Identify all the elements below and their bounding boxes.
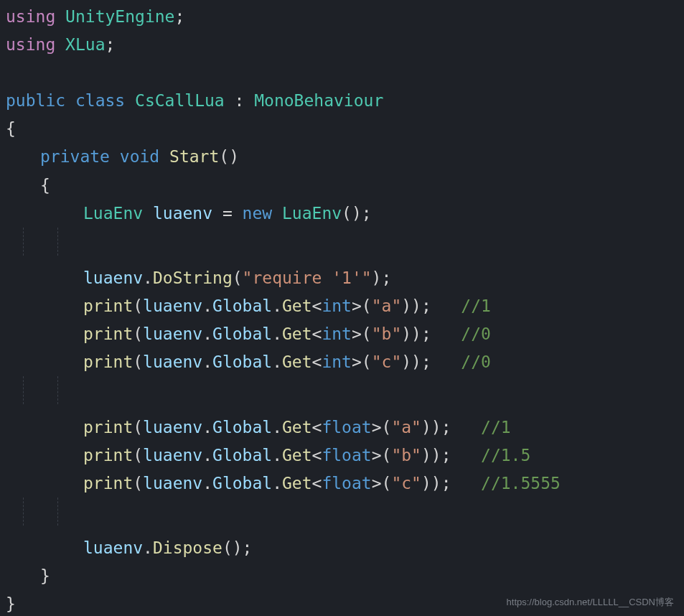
code-line: print(luaenv.Global.Get<int>("a")); //1 [6, 292, 678, 320]
code-line: private void Start() [6, 143, 678, 171]
code-line: print(luaenv.Global.Get<int>("c")); //0 [6, 348, 678, 376]
string: "require '1'" [243, 269, 372, 287]
code-line: print(luaenv.Global.Get<float>("c")); //… [6, 470, 678, 498]
type-int: int [322, 297, 352, 315]
keyword-using: using [6, 7, 55, 26]
type-float: float [322, 418, 371, 437]
keyword-new: new [243, 204, 273, 223]
blank-line [6, 376, 678, 413]
comment: //0 [461, 325, 491, 343]
comment: //1.5555 [481, 474, 561, 493]
code-line: LuaEnv luaenv = new LuaEnv(); [6, 200, 678, 228]
comment: //1 [481, 418, 511, 437]
code-line: public class CsCallLua : MonoBehaviour [6, 87, 678, 115]
type: LuaEnv [83, 204, 143, 223]
method: Dispose [153, 538, 222, 557]
brace: { [6, 115, 678, 143]
comment: //0 [461, 353, 491, 371]
brace: { [6, 172, 678, 200]
keyword-private: private [40, 147, 110, 166]
keyword-void: void [120, 147, 159, 166]
blank-line [6, 228, 678, 264]
code-editor[interactable]: using UnityEngine; using XLua; public cl… [6, 3, 678, 616]
namespace: XLua [65, 35, 105, 54]
comment: //1 [461, 297, 491, 315]
blank-line [6, 59, 678, 87]
code-line: luaenv.Dispose(); [6, 534, 678, 562]
code-line: print(luaenv.Global.Get<int>("b")); //0 [6, 320, 678, 348]
keyword-public: public [6, 91, 65, 110]
keyword-class: class [75, 91, 125, 110]
keyword-using: using [6, 35, 55, 54]
code-line: using UnityEngine; [6, 3, 678, 31]
namespace: UnityEngine [65, 7, 174, 26]
brace: } [6, 562, 678, 590]
comment: //1.5 [481, 446, 530, 465]
watermark-text: https://blog.csdn.net/LLLLL__CSDN博客 [507, 594, 674, 610]
base-class: MonoBehaviour [254, 91, 383, 110]
blank-line [6, 498, 678, 534]
code-line: print(luaenv.Global.Get<float>("b")); //… [6, 442, 678, 470]
method-name: Start [169, 147, 219, 166]
code-line: using XLua; [6, 31, 678, 59]
variable: luaenv [153, 204, 212, 223]
method: DoString [153, 269, 233, 287]
class-name: CsCallLua [135, 91, 225, 110]
code-line: print(luaenv.Global.Get<float>("a")); //… [6, 414, 678, 442]
code-line: luaenv.DoString("require '1'"); [6, 264, 678, 292]
